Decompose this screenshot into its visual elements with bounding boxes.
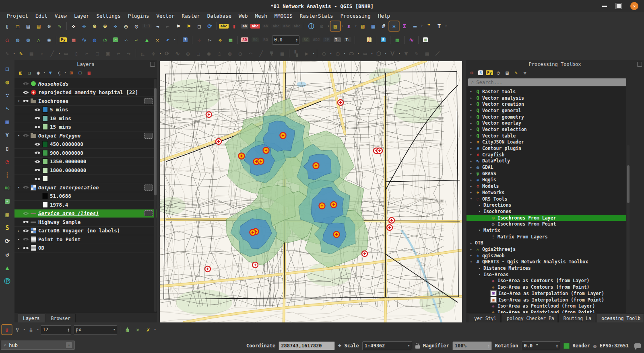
layer-households-visibility-toggle[interactable] bbox=[23, 81, 29, 86]
toolbox-item-ors-tools-expander[interactable]: ▾ bbox=[469, 197, 473, 201]
toolbox-item-crayfish[interactable]: ▸◖Crayfish bbox=[466, 152, 626, 158]
toolbox-item-qneat3-qgis-network-analysis-toolbox[interactable]: ▾#QNEAT3 - Qgis Network Analysis Toolbox bbox=[466, 259, 626, 265]
zoom-last[interactable]: ◄ bbox=[153, 21, 162, 31]
enable-snapping[interactable]: ∪ bbox=[2, 325, 12, 335]
messages-icon[interactable] bbox=[634, 343, 641, 348]
text-annotation-dropdown[interactable]: ▾ bbox=[444, 25, 448, 28]
toolbox-item-vector-overlay[interactable]: ▸QVector overlay bbox=[466, 120, 626, 126]
options[interactable]: ⚒ bbox=[521, 69, 529, 77]
bnhr-plugin[interactable]: ◔ bbox=[2, 156, 12, 167]
data-source-manager[interactable]: ❐ bbox=[2, 64, 12, 74]
toggle-editing[interactable]: ✎ bbox=[16, 49, 26, 58]
menu-rasterstats[interactable]: RasterStats bbox=[296, 13, 337, 19]
toolbox-item-iso-area-as-pointcloud-from-point[interactable]: ◆Iso-Area as Pointcloud (from Point) bbox=[466, 309, 626, 313]
profile-tool[interactable]: ∿ bbox=[407, 35, 416, 45]
select-by-rectangle[interactable]: ▨ bbox=[330, 21, 340, 31]
undo-arc[interactable]: ↶ bbox=[163, 35, 173, 45]
layer-10-mins[interactable]: 10 mins bbox=[14, 114, 157, 123]
snapping-mode[interactable]: ∵ bbox=[12, 325, 22, 335]
extents-icon[interactable]: ⌖ bbox=[338, 343, 341, 349]
statistical-summary[interactable]: Σ bbox=[400, 21, 409, 31]
snapping-tolerance[interactable]: 12▲▼ bbox=[41, 325, 71, 335]
pin-labels[interactable]: ab bbox=[240, 21, 250, 31]
snapping-units[interactable]: px▼ bbox=[74, 325, 117, 335]
toolbox-item-iso-area-as-interpolation-from-layer[interactable]: ▣Iso-Area as Interpolation (from Layer) bbox=[466, 290, 626, 297]
python-console[interactable]: Py bbox=[58, 35, 68, 45]
layer-od-expander[interactable]: ▸ bbox=[17, 246, 21, 250]
toolbox-item-vector-analysis-expander[interactable]: ▸ bbox=[469, 96, 473, 100]
toolbox-item-otb[interactable]: ▸OTB bbox=[466, 240, 626, 246]
identify-features[interactable]: ⓘ bbox=[306, 21, 316, 31]
toolbox-item-gdal[interactable]: ▸◍GDAL bbox=[466, 164, 626, 170]
panel-tab-ocessing-toolb[interactable]: ocessing Toolb bbox=[596, 314, 644, 322]
select-by-expression-dropdown[interactable]: ▾ bbox=[354, 25, 357, 28]
group-isochrones-expander[interactable]: ▾ bbox=[17, 99, 21, 103]
toolbox-item-matrix[interactable]: ▾Matrix bbox=[466, 227, 626, 234]
layer-cartodb-voyager-expander[interactable]: ▸ bbox=[17, 229, 21, 233]
toolbox-panel-float-icon[interactable] bbox=[637, 62, 642, 67]
layer-blank-class[interactable] bbox=[14, 175, 157, 184]
help-contents[interactable]: ? bbox=[180, 35, 190, 45]
manage-map-themes-dropdown[interactable]: ▾ bbox=[43, 71, 46, 74]
filter-by-expression-dropdown[interactable]: ▾ bbox=[64, 71, 67, 74]
circle-from-2-points-dropdown[interactable]: ▾ bbox=[329, 52, 332, 55]
filter-legend[interactable]: ▼ bbox=[46, 69, 54, 77]
open-layer-styling-panel[interactable]: ◧ bbox=[17, 69, 25, 77]
toolbox-item-qgis2threejs[interactable]: ▸△Qgis2threejs bbox=[466, 246, 626, 252]
chip-ad[interactable]: AD bbox=[240, 35, 250, 45]
toolbox-item-contour-plugin-expander[interactable]: ▸ bbox=[469, 147, 473, 150]
toolbox-item-hqgis[interactable]: ▸❋Hqgis bbox=[466, 177, 626, 183]
toolbox-item-hqgis-expander[interactable]: ▸ bbox=[469, 178, 473, 182]
collapse-all[interactable]: ⊟ bbox=[76, 69, 84, 77]
group-output-interpolation-indicator-badge[interactable] bbox=[144, 185, 153, 191]
toolbox-item-matrix-from-layers[interactable]: ⋮Matrix From Layers bbox=[466, 234, 626, 240]
toolbox-item-iso-areas[interactable]: ▾Iso-Areas bbox=[466, 271, 626, 278]
menu-project[interactable]: Project bbox=[3, 13, 32, 19]
toolbox-item-grass[interactable]: ▸ψGRASS bbox=[466, 170, 626, 177]
group-isochrones-visibility-toggle[interactable] bbox=[23, 98, 29, 104]
toolbox-item-vector-geometry[interactable]: ▸QVector geometry bbox=[466, 114, 626, 120]
trim-extend-dropdown[interactable]: ▾ bbox=[398, 52, 401, 55]
toolbox-item-vector-general-expander[interactable]: ▸ bbox=[469, 109, 473, 112]
select-by-expression[interactable]: ε bbox=[344, 21, 354, 31]
p-circle-plugin[interactable]: Ⓟ bbox=[2, 276, 12, 286]
current-edits-dropdown[interactable]: ▾ bbox=[12, 52, 16, 55]
toolbox-item-vector-geometry-expander[interactable]: ▸ bbox=[469, 115, 473, 119]
menu-layer[interactable]: Layer bbox=[70, 13, 93, 19]
measure-line[interactable]: ▬ bbox=[410, 21, 420, 31]
layer-15-mins[interactable]: 15 mins bbox=[14, 123, 157, 132]
toolbox-item-cityjson-loader-expander[interactable]: ▸ bbox=[469, 140, 473, 144]
menu-database[interactable]: Database bbox=[204, 13, 235, 19]
r-scripts-menu[interactable]: R bbox=[477, 69, 485, 77]
toolbox-item-vector-overlay-expander[interactable]: ▸ bbox=[469, 121, 473, 125]
layer-households[interactable]: Households bbox=[14, 80, 157, 88]
select-by-rectangle-dropdown[interactable]: ▾ bbox=[341, 25, 344, 28]
snapping-units-caret[interactable]: ▼ bbox=[114, 328, 115, 331]
toolbox-item-vector-selection[interactable]: ▸QVector selection bbox=[466, 126, 626, 133]
render-checkbox[interactable] bbox=[564, 343, 570, 349]
toolbox-item-directions[interactable]: ▸Directions bbox=[466, 202, 626, 208]
layer-od-visibility-toggle[interactable] bbox=[23, 245, 29, 251]
magnifier-spinner[interactable]: 100% ▲▼ bbox=[452, 341, 492, 350]
toolbox-item-vector-table[interactable]: ▸QVector table bbox=[466, 133, 626, 139]
sld4raster[interactable]: S bbox=[378, 35, 388, 45]
group-output-polygon[interactable]: ▾Output Polygon bbox=[14, 131, 157, 140]
menu-web[interactable]: Web bbox=[235, 13, 252, 19]
snapping-tolerance-arrows[interactable]: ▲▼ bbox=[68, 328, 69, 332]
vertex-tool-dropdown[interactable]: ▾ bbox=[58, 52, 61, 55]
style-manager[interactable]: ✎ bbox=[55, 21, 64, 31]
new-bookmark[interactable]: ⚑ bbox=[173, 21, 183, 31]
group-output-polygon-expander[interactable]: ▾ bbox=[17, 133, 21, 138]
pan-to-selection[interactable]: ✜ bbox=[79, 21, 89, 31]
models-menu[interactable]: ⚙ bbox=[468, 69, 476, 77]
layer-point-to-point-visibility-toggle[interactable] bbox=[23, 236, 29, 242]
map-tips[interactable]: ❞ bbox=[424, 21, 433, 31]
open-attribute-table[interactable]: ▦ bbox=[368, 21, 378, 31]
legend-51-0688[interactable]: 51.0688 bbox=[14, 192, 157, 201]
toolbox-item-vector-analysis[interactable]: ▸QVector analysis bbox=[466, 95, 626, 101]
toolbox-item-isochrones-from-layer[interactable]: ◎Isochrones From Layer bbox=[466, 215, 626, 221]
tab-layers[interactable]: Layers bbox=[18, 314, 45, 322]
filter-by-expression[interactable]: ς bbox=[55, 69, 63, 77]
osm-editor[interactable]: ▦ bbox=[2, 209, 12, 220]
layer-900[interactable]: 900.0000000 bbox=[14, 149, 157, 158]
